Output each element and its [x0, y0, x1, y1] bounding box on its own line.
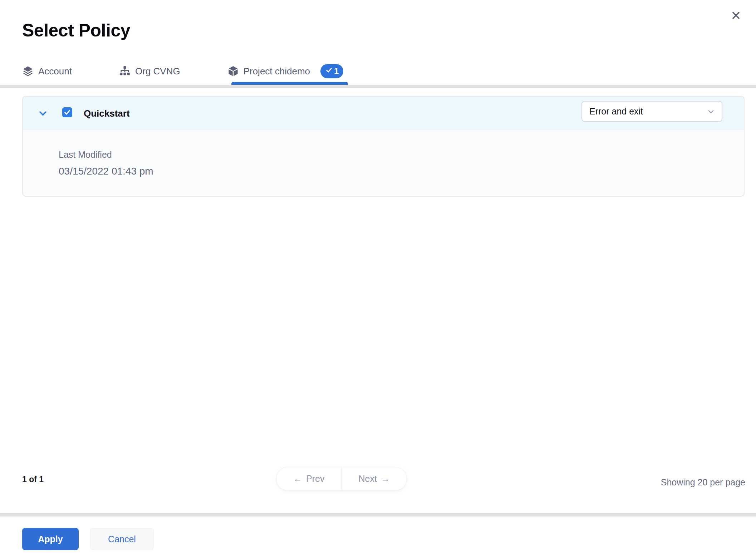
pager: ← Prev Next →: [276, 467, 407, 491]
policy-details: Last Modified 03/15/2022 01:43 pm: [23, 130, 744, 177]
policy-row[interactable]: Quickstart Error and exit: [23, 97, 744, 130]
last-modified-value: 03/15/2022 01:43 pm: [59, 166, 744, 177]
layers-icon: [22, 65, 34, 77]
badge-count: 1: [334, 66, 339, 76]
org-chart-icon: [119, 65, 131, 77]
tabs-divider: [0, 85, 756, 88]
check-icon: [325, 66, 333, 76]
close-icon: [729, 18, 743, 24]
close-button[interactable]: [728, 8, 744, 24]
dialog-title: Select Policy: [22, 20, 130, 41]
on-failure-select[interactable]: Error and exit: [581, 101, 722, 122]
chevron-down-icon: [706, 107, 716, 117]
scope-tabs: Account Org CVNG: [22, 60, 343, 82]
prev-page-button[interactable]: ← Prev: [276, 467, 342, 490]
tab-project-chidemo[interactable]: Project chidemo 1: [227, 64, 344, 78]
arrow-left-icon: ←: [293, 474, 302, 484]
tab-label: Project chidemo: [244, 66, 310, 77]
cube-icon: [227, 65, 239, 77]
policy-name: Quickstart: [84, 97, 130, 130]
tab-label: Org CVNG: [135, 66, 180, 77]
active-tab-underline: [231, 82, 348, 85]
tab-account[interactable]: Account: [22, 65, 72, 77]
per-page-info: Showing 20 per page: [661, 477, 745, 488]
page-info: 1 of 1: [22, 475, 44, 484]
footer-divider: [0, 513, 756, 517]
last-modified-label: Last Modified: [59, 150, 744, 160]
chevron-down-icon[interactable]: [37, 108, 49, 119]
next-page-button[interactable]: Next →: [342, 467, 407, 490]
tab-label: Account: [38, 66, 72, 77]
apply-button[interactable]: Apply: [22, 528, 79, 550]
next-label: Next: [359, 474, 377, 484]
arrow-right-icon: →: [381, 474, 390, 484]
select-policy-dialog: Select Policy Account: [0, 0, 756, 553]
select-value: Error and exit: [582, 106, 706, 117]
selected-count-badge: 1: [320, 64, 343, 78]
policy-checkbox[interactable]: [62, 107, 72, 117]
cancel-button[interactable]: Cancel: [90, 528, 154, 550]
policy-card: Quickstart Error and exit Last Modified …: [22, 96, 745, 197]
tab-org-cvng[interactable]: Org CVNG: [119, 65, 180, 77]
prev-label: Prev: [306, 474, 324, 484]
